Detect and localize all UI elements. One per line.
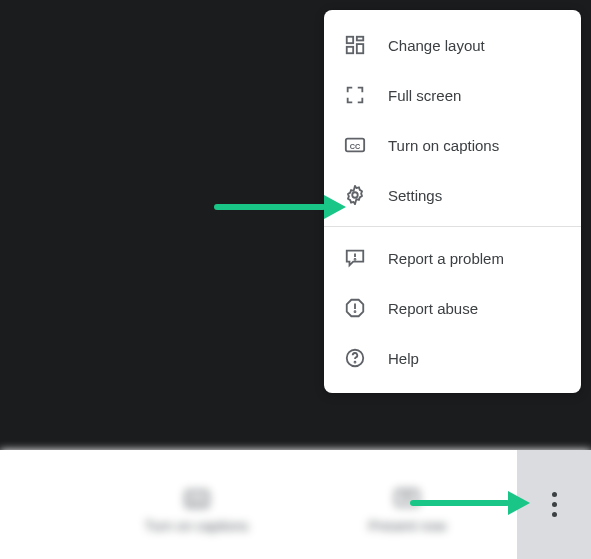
svg-rect-6 xyxy=(347,47,353,53)
captions-icon: CC xyxy=(344,134,366,156)
feedback-icon xyxy=(344,247,366,269)
gear-icon xyxy=(344,184,366,206)
menu-item-help[interactable]: Help xyxy=(324,333,581,383)
menu-label: Settings xyxy=(388,187,442,204)
svg-point-9 xyxy=(352,192,358,198)
menu-label: Report a problem xyxy=(388,250,504,267)
menu-item-full-screen[interactable]: Full screen xyxy=(324,70,581,120)
more-vert-icon xyxy=(552,492,557,517)
menu-item-report-problem[interactable]: Report a problem xyxy=(324,233,581,283)
layout-icon xyxy=(344,34,366,56)
menu-label: Report abuse xyxy=(388,300,478,317)
more-options-button[interactable] xyxy=(517,450,591,559)
help-icon xyxy=(344,347,366,369)
captions-icon: CC xyxy=(184,486,210,512)
menu-item-change-layout[interactable]: Change layout xyxy=(324,20,581,70)
svg-rect-4 xyxy=(357,37,363,41)
menu-item-captions[interactable]: CC Turn on captions xyxy=(324,120,581,170)
report-icon xyxy=(344,297,366,319)
captions-button[interactable]: CC Turn on captions xyxy=(145,476,249,534)
fullscreen-icon xyxy=(344,84,366,106)
present-label: Present now xyxy=(368,518,446,534)
present-icon xyxy=(394,486,420,512)
svg-rect-3 xyxy=(347,37,353,43)
svg-text:CC: CC xyxy=(350,142,361,151)
menu-item-settings[interactable]: Settings xyxy=(324,170,581,220)
menu-label: Change layout xyxy=(388,37,485,54)
svg-point-15 xyxy=(355,362,356,363)
bottom-control-bar: CC Turn on captions Present now xyxy=(0,450,591,559)
svg-text:CC: CC xyxy=(190,494,204,505)
captions-label: Turn on captions xyxy=(145,518,249,534)
svg-point-11 xyxy=(355,259,356,260)
svg-rect-5 xyxy=(357,44,363,53)
menu-label: Help xyxy=(388,350,419,367)
menu-label: Turn on captions xyxy=(388,137,499,154)
menu-item-report-abuse[interactable]: Report abuse xyxy=(324,283,581,333)
svg-point-13 xyxy=(355,311,356,312)
present-button[interactable]: Present now xyxy=(368,476,446,534)
menu-label: Full screen xyxy=(388,87,461,104)
menu-divider xyxy=(324,226,581,227)
options-menu: Change layout Full screen CC Turn on cap… xyxy=(324,10,581,393)
